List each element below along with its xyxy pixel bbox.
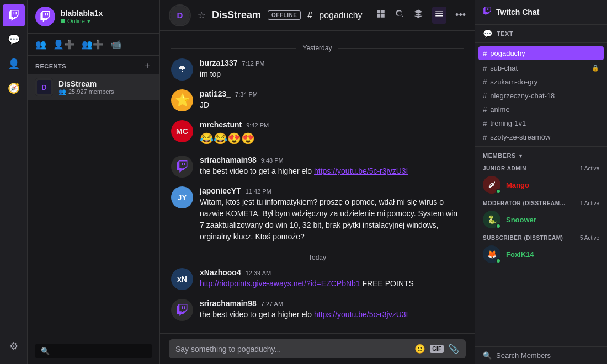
message-header: japoniecYT 11:42 PM [200,186,464,195]
member-group-header-admin: JUNIOR ADMIN 1 Active [475,161,607,174]
layers-icon[interactable] [413,9,423,22]
message-content: xNazhooo4 12:39 AM http://riotpoints.giv… [200,268,464,290]
add-friend-icon[interactable]: 👤➕ [53,39,75,50]
channel-hash-icon: # [483,133,487,141]
people-icon[interactable]: 👥 [35,39,46,50]
channel-item-szukam[interactable]: # szukam-do-gry [475,75,607,89]
members-section: MEMBERS ▾ JUNIOR ADMIN 1 Active 🌶 Mango … [475,147,607,346]
main-header: D ☆ DisStream OFFLINE # pogaduchy [160,0,475,31]
friends-nav-icon[interactable]: 👤 [3,53,25,75]
message-time: 9:42 PM [246,122,269,129]
list-item[interactable]: 🌶 Mango [475,174,607,196]
twitch-nav-icon[interactable] [3,4,25,26]
favorite-icon[interactable]: ☆ [198,10,205,20]
channel-item-anime[interactable]: # anime [475,103,607,116]
message-link[interactable]: https://youtu.be/5c-r3jvzU3I [314,167,408,175]
status-dot [496,223,501,229]
discover-nav-icon[interactable]: 🧭 [3,77,25,99]
channel-item-niegrzeczny[interactable]: # niegrzeczny-chat-18 [475,89,607,103]
search-members-icon: 🔍 [483,351,492,360]
channel-name: sub-chat [490,64,518,72]
settings-nav-icon[interactable]: ⚙ [3,335,25,357]
members-label: MEMBERS [483,152,516,159]
message-header: xNazhooo4 12:39 AM [200,268,464,277]
server-item-info: DisStream 👥 25,927 members [58,79,152,95]
grid-icon[interactable] [376,9,386,22]
message-time: 7:27 AM [261,301,283,307]
channel-hash-icon: # [483,78,487,86]
search-icon: 🔍 [41,347,50,355]
member-group-header-sub: SUBSCRIBER (DISSTREAM) 5 Active [475,231,607,243]
add-recent-button[interactable]: ＋ [143,60,152,72]
channel-item-sub-chat[interactable]: # sub-chat 🔒 [475,61,607,75]
channel-item-trening[interactable]: # trening-1v1 [475,116,607,130]
user-info: blablabla1x Online ▾ [61,9,152,25]
message-text: Witam, ktoś jest tu informatykiem? prosz… [200,196,464,243]
avatar [171,156,193,178]
chat-area: Yesterday 🌩 burza1337 7:12 PM im top ⭐ p… [160,31,475,333]
message-text: im top [200,68,464,80]
message-header: burza1337 7:12 PM [200,58,464,67]
table-row: 🌩 burza1337 7:12 PM im top [160,56,475,83]
chat-nav-icon[interactable]: 💬 [3,29,25,51]
emoji-button[interactable]: 🙂 [414,344,425,354]
avatar: xN [171,268,193,290]
chat-input[interactable] [175,345,410,354]
search-header-icon[interactable] [395,9,404,22]
user-status: Online ▾ [61,18,152,25]
message-content: burza1337 7:12 PM im top [200,58,464,81]
message-content: mrchestunt 9:42 PM 😂😂😍😍 [200,120,464,147]
right-panel: Twitch Chat 💬 TEXT # pogaduchy # sub-cha… [475,0,607,364]
members-arrow-icon[interactable]: ▾ [519,153,522,159]
member-group-count: 1 Active [580,200,599,206]
message-username: srirachamain98 [200,156,257,164]
avatar: MC [171,120,193,142]
header-actions: ••• [376,7,466,24]
table-row: srirachamain98 9:48 PM the best video to… [160,153,475,180]
server-sidebar: blablabla1x Online ▾ 👥 👤➕ 👥➕ 📹 RECENTS ＋… [28,0,160,364]
lock-icon: 🔒 [592,65,599,72]
menu-icon[interactable] [432,7,446,24]
status-dot [496,258,501,264]
table-row: srirachamain98 7:27 AM the best video to… [160,297,475,323]
message-content: japoniecYT 11:42 PM Witam, ktoś jest tu … [200,186,464,243]
more-icon[interactable]: ••• [455,9,466,21]
member-name: Snoower [506,216,536,224]
gif-button[interactable]: GIF [430,345,444,353]
table-row: ⭐ pati123_ 7:34 PM JD [160,87,475,114]
message-username: srirachamain98 [200,299,257,308]
server-item-disstream[interactable]: D DisStream 👥 25,927 members [28,74,159,100]
recents-label: RECENTS [35,63,66,69]
attachment-button[interactable]: 📎 [448,344,459,354]
member-group-count: 5 Active [580,235,599,241]
sidebar-search: 🔍 [28,338,159,364]
server-actions-row: 👥 👤➕ 👥➕ 📹 [28,34,159,56]
channel-hash: # [307,10,312,20]
avatar [171,299,193,321]
search-box[interactable]: 🔍 [35,344,152,358]
list-item[interactable]: 🦊 FoxiK14 [475,243,607,265]
add-group-icon[interactable]: 👥➕ [82,39,104,50]
table-row: MC mrchestunt 9:42 PM 😂😂😍😍 [160,118,475,149]
date-divider-today: Today [160,249,475,266]
member-name: FoxiK14 [506,250,534,259]
video-icon[interactable]: 📹 [110,39,121,50]
text-icon: 💬 [483,29,492,38]
list-item[interactable]: 🐍 Snoower [475,208,607,231]
message-header: srirachamain98 9:48 PM [200,156,464,164]
message-link[interactable]: http://riotpoints.give-aways.net/?id=EZC… [200,279,360,288]
message-text: JD [200,99,464,111]
member-group-label: MODERATOR (DISSTREAM... [483,200,565,206]
search-members-input[interactable] [496,351,599,360]
channel-name: szoty-ze-streamów [490,133,550,141]
member-group-count: 1 Active [580,165,599,172]
channel-item-szoty[interactable]: # szoty-ze-streamów [475,130,607,144]
message-header: mrchestunt 9:42 PM [200,120,464,129]
member-group-header-mod: MODERATOR (DISSTREAM... 1 Active [475,196,607,208]
table-row: xN xNazhooo4 12:39 AM http://riotpoints.… [160,266,475,292]
username: blablabla1x [61,9,152,18]
channel-item-pogaduchy[interactable]: # pogaduchy [478,46,604,60]
server-item-icon: D [35,78,53,96]
message-link[interactable]: https://youtu.be/5c-r3jvzU3I [314,310,408,319]
server-name: DisStream [212,9,261,21]
